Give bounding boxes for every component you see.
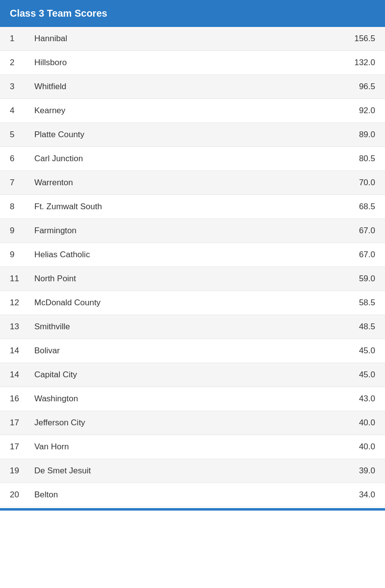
team-name-cell: Belton bbox=[34, 490, 336, 500]
table-row: 14Capital City45.0 bbox=[0, 363, 385, 387]
score-cell: 132.0 bbox=[336, 58, 375, 68]
score-cell: 58.5 bbox=[336, 298, 375, 308]
rank-cell: 2 bbox=[10, 58, 34, 68]
team-name-cell: Smithville bbox=[34, 322, 336, 332]
rank-cell: 12 bbox=[10, 298, 34, 308]
team-name-cell: Farmington bbox=[34, 226, 336, 236]
rank-cell: 19 bbox=[10, 466, 34, 476]
table-row: 3Whitfield96.5 bbox=[0, 75, 385, 99]
table-row: 4Kearney92.0 bbox=[0, 99, 385, 123]
team-name-cell: Washington bbox=[34, 394, 336, 404]
score-cell: 39.0 bbox=[336, 466, 375, 476]
rank-cell: 6 bbox=[10, 154, 34, 164]
rank-cell: 3 bbox=[10, 82, 34, 92]
rank-cell: 1 bbox=[10, 34, 34, 44]
rank-cell: 14 bbox=[10, 370, 34, 380]
rank-cell: 14 bbox=[10, 346, 34, 356]
team-name-cell: Platte County bbox=[34, 130, 336, 140]
rank-cell: 5 bbox=[10, 130, 34, 140]
table-row: 16Washington43.0 bbox=[0, 387, 385, 411]
team-name-cell: Van Horn bbox=[34, 442, 336, 452]
table-row: 17Van Horn40.0 bbox=[0, 435, 385, 459]
team-name-cell: Warrenton bbox=[34, 178, 336, 188]
table-row: 9Farmington67.0 bbox=[0, 219, 385, 243]
table-row: 14Bolivar45.0 bbox=[0, 339, 385, 363]
table-row: 17Jefferson City40.0 bbox=[0, 411, 385, 435]
table-row: 13Smithville48.5 bbox=[0, 315, 385, 339]
score-cell: 45.0 bbox=[336, 370, 375, 380]
team-name-cell: De Smet Jesuit bbox=[34, 466, 336, 476]
score-cell: 40.0 bbox=[336, 418, 375, 428]
score-cell: 67.0 bbox=[336, 250, 375, 260]
team-name-cell: Ft. Zumwalt South bbox=[34, 202, 336, 212]
score-cell: 68.5 bbox=[336, 202, 375, 212]
score-cell: 92.0 bbox=[336, 106, 375, 116]
team-name-cell: Jefferson City bbox=[34, 418, 336, 428]
score-cell: 59.0 bbox=[336, 274, 375, 284]
rank-cell: 7 bbox=[10, 178, 34, 188]
score-cell: 67.0 bbox=[336, 226, 375, 236]
team-name-cell: North Point bbox=[34, 274, 336, 284]
rank-cell: 9 bbox=[10, 250, 34, 260]
table-row: 12McDonald County58.5 bbox=[0, 291, 385, 315]
table-row: 19De Smet Jesuit39.0 bbox=[0, 459, 385, 483]
score-cell: 156.5 bbox=[336, 34, 375, 44]
rank-cell: 9 bbox=[10, 226, 34, 236]
team-name-cell: Hillsboro bbox=[34, 58, 336, 68]
table-row: 8Ft. Zumwalt South68.5 bbox=[0, 195, 385, 219]
table-row: 1Hannibal156.5 bbox=[0, 27, 385, 51]
score-cell: 43.0 bbox=[336, 394, 375, 404]
score-cell: 70.0 bbox=[336, 178, 375, 188]
table-title: Class 3 Team Scores bbox=[0, 0, 385, 27]
rank-cell: 8 bbox=[10, 202, 34, 212]
rank-cell: 20 bbox=[10, 490, 34, 500]
score-cell: 89.0 bbox=[336, 130, 375, 140]
rank-cell: 11 bbox=[10, 274, 34, 284]
score-cell: 40.0 bbox=[336, 442, 375, 452]
rank-cell: 17 bbox=[10, 442, 34, 452]
team-name-cell: McDonald County bbox=[34, 298, 336, 308]
table-row: 2Hillsboro132.0 bbox=[0, 51, 385, 75]
rank-cell: 4 bbox=[10, 106, 34, 116]
scores-table: Class 3 Team Scores 1Hannibal156.52Hills… bbox=[0, 0, 385, 511]
team-name-cell: Bolivar bbox=[34, 346, 336, 356]
team-name-cell: Kearney bbox=[34, 106, 336, 116]
rank-cell: 13 bbox=[10, 322, 34, 332]
rank-cell: 16 bbox=[10, 394, 34, 404]
table-row: 6Carl Junction80.5 bbox=[0, 147, 385, 171]
table-row: 20Belton34.0 bbox=[0, 483, 385, 507]
table-row: 5Platte County89.0 bbox=[0, 123, 385, 147]
score-cell: 48.5 bbox=[336, 322, 375, 332]
table-row: 7Warrenton70.0 bbox=[0, 171, 385, 195]
team-name-cell: Whitfield bbox=[34, 82, 336, 92]
team-name-cell: Carl Junction bbox=[34, 154, 336, 164]
rank-cell: 17 bbox=[10, 418, 34, 428]
bottom-bar bbox=[0, 508, 385, 511]
score-cell: 34.0 bbox=[336, 490, 375, 500]
team-name-cell: Hannibal bbox=[34, 34, 336, 44]
score-cell: 45.0 bbox=[336, 346, 375, 356]
table-row: 9Helias Catholic67.0 bbox=[0, 243, 385, 267]
table-body: 1Hannibal156.52Hillsboro132.03Whitfield9… bbox=[0, 27, 385, 507]
score-cell: 96.5 bbox=[336, 82, 375, 92]
score-cell: 80.5 bbox=[336, 154, 375, 164]
team-name-cell: Capital City bbox=[34, 370, 336, 380]
table-row: 11North Point59.0 bbox=[0, 267, 385, 291]
team-name-cell: Helias Catholic bbox=[34, 250, 336, 260]
